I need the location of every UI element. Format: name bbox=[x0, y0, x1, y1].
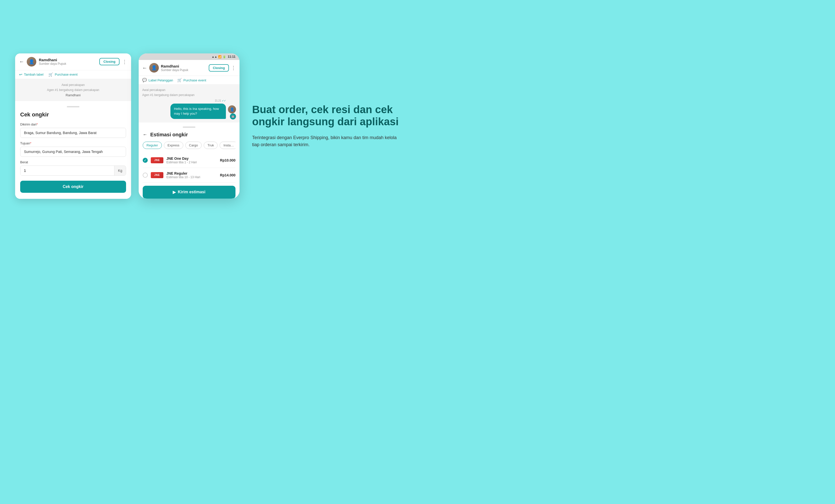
shipping-eta-2: Estimasi tiba 10 - 13 Hari bbox=[166, 175, 217, 179]
center-phone-actions: 💬 Label Pelanggan 🛒 Purchase event bbox=[139, 76, 240, 85]
tabs-row: Reguler Express Cargo Truk Insta… bbox=[143, 142, 236, 149]
main-container: ← 👤 Ramdhani Sumber daya Pupuk Closing ⋮… bbox=[0, 0, 418, 252]
center-more-options-icon[interactable]: ⋮ bbox=[231, 65, 236, 71]
shipping-eta-1: Estimasi tiba 1 - 2 Hari bbox=[166, 161, 217, 164]
chat-tick-icon: ✓✓ bbox=[222, 99, 226, 102]
center-back-arrow-icon[interactable]: ← bbox=[142, 65, 147, 71]
time-display: 11:11 bbox=[228, 55, 236, 59]
center-system-msg-2: Agen #1 bergabung dalam percakapan bbox=[142, 93, 236, 97]
purchase-event-text: Purchase event bbox=[55, 72, 77, 76]
tab-reguler[interactable]: Reguler bbox=[143, 142, 162, 149]
radio-unselected-icon[interactable] bbox=[143, 173, 148, 178]
center-closing-button[interactable]: Closing bbox=[209, 64, 229, 71]
label-icon: ↩ bbox=[19, 72, 22, 77]
center-header-info: Ramdhani Sumber daya Pupuk bbox=[161, 64, 207, 72]
center-phone-header: ← 👤 Ramdhani Sumber daya Pupuk Closing ⋮ bbox=[139, 60, 240, 76]
contact-subtitle: Sumber daya Pupuk bbox=[39, 62, 97, 65]
cek-ongkir-button[interactable]: Cek ongkir bbox=[20, 181, 126, 193]
radio-selected-icon[interactable]: ✓ bbox=[143, 158, 148, 163]
from-label: Dikirim dari* bbox=[20, 123, 126, 126]
weight-row: Kg bbox=[20, 166, 126, 176]
shipping-info-2: JNE Reguler Estimasi tiba 10 - 13 Hari bbox=[166, 171, 217, 179]
system-msg-2: Agen #1 bergabung dalam percakapan bbox=[19, 88, 127, 92]
estimasi-sheet: ← Estimasi ongkir Reguler Express Cargo … bbox=[139, 123, 240, 198]
from-input[interactable] bbox=[20, 128, 126, 138]
send-icon: ▶ bbox=[173, 190, 176, 194]
chat-bubble: Hello, this is Ina speaking, how may I h… bbox=[170, 104, 226, 119]
signal-icon: 📶 bbox=[218, 55, 222, 59]
contact-name: Ramdhani bbox=[39, 58, 97, 62]
wifi-icon: ▲▲ bbox=[212, 55, 217, 58]
weight-unit: Kg bbox=[114, 166, 126, 175]
purchase-icon: 🛒 bbox=[48, 72, 53, 77]
left-phone-actions: ↩ Tambah label 🛒 Purchase event bbox=[15, 70, 131, 79]
center-phone: ▲▲ 📶 🔋 11:11 ← 👤 Ramdhani Sumber daya Pu… bbox=[139, 54, 240, 198]
label-pelanggan-text: Label Pelanggan bbox=[148, 78, 173, 82]
tambah-label-btn[interactable]: ↩ Tambah label bbox=[19, 72, 43, 77]
right-section: Buat order, cek resi dan cek ongkir lang… bbox=[247, 104, 402, 148]
radio-inner bbox=[144, 174, 146, 176]
center-chat-area: Awal percakapan Agen #1 bergabung dalam … bbox=[139, 85, 240, 122]
right-body: Terintegrasi dengan Everpro Shipping, bi… bbox=[252, 134, 402, 149]
chat-timestamp: 21.21 ✓✓ bbox=[215, 99, 226, 102]
purchase-event-btn[interactable]: 🛒 Purchase event bbox=[48, 72, 77, 77]
weight-label: Berat bbox=[20, 160, 126, 164]
center-purchase-event-text: Purchase event bbox=[184, 78, 206, 82]
center-system-msg-1: Awal percakapan bbox=[142, 88, 236, 92]
kirim-estimasi-label: Kirim estimasi bbox=[178, 190, 205, 194]
shipping-price-2: Rp14.000 bbox=[220, 173, 236, 177]
tab-express[interactable]: Express bbox=[164, 142, 183, 149]
closing-button[interactable]: Closing bbox=[99, 58, 120, 65]
center-contact-name: Ramdhani bbox=[161, 64, 207, 68]
shipping-item-2[interactable]: JNE JNE Reguler Estimasi tiba 10 - 13 Ha… bbox=[143, 168, 236, 183]
kirim-estimasi-button[interactable]: ▶ Kirim estimasi bbox=[143, 186, 236, 198]
tab-cargo[interactable]: Cargo bbox=[185, 142, 202, 149]
weight-input[interactable] bbox=[20, 166, 114, 175]
status-bar: ▲▲ 📶 🔋 11:11 bbox=[139, 54, 240, 60]
to-label: Tujuan* bbox=[20, 141, 126, 145]
status-icons: ▲▲ 📶 🔋 bbox=[212, 55, 226, 59]
center-avatar: 👤 bbox=[149, 63, 159, 72]
estimasi-title: Estimasi ongkir bbox=[150, 132, 188, 138]
left-phone: ← 👤 Ramdhani Sumber daya Pupuk Closing ⋮… bbox=[15, 54, 131, 199]
shipping-price-1: Rp10.000 bbox=[220, 158, 236, 162]
shipping-info-1: JNE One Day Estimasi tiba 1 - 2 Hari bbox=[166, 156, 217, 164]
shipping-name-1: JNE One Day bbox=[166, 156, 217, 161]
to-input[interactable] bbox=[20, 147, 126, 157]
right-headline: Buat order, cek resi dan cek ongkir lang… bbox=[252, 104, 402, 128]
tambah-label-text: Tambah label bbox=[24, 72, 43, 76]
chat-bubble-row: 21.21 ✓✓ Hello, this is Ina speaking, ho… bbox=[142, 99, 236, 119]
left-phone-header: ← 👤 Ramdhani Sumber daya Pupuk Closing ⋮ bbox=[15, 54, 131, 70]
jne-logo-2: JNE bbox=[151, 172, 163, 178]
label-pelanggan-btn[interactable]: 💬 Label Pelanggan bbox=[142, 78, 173, 82]
more-options-icon[interactable]: ⋮ bbox=[122, 59, 127, 65]
tab-truk[interactable]: Truk bbox=[204, 142, 218, 149]
header-info: Ramdhani Sumber daya Pupuk bbox=[39, 58, 97, 65]
drag-handle bbox=[67, 106, 79, 107]
bot-badge-icon: 🤖 bbox=[230, 113, 236, 120]
jne-logo-1: JNE bbox=[151, 157, 163, 163]
estimasi-drag-handle bbox=[183, 126, 196, 128]
bubble-avatar: 👤 bbox=[228, 105, 236, 113]
center-purchase-icon: 🛒 bbox=[177, 78, 182, 82]
back-arrow-icon[interactable]: ← bbox=[19, 59, 24, 64]
sheet-title: Cek ongkir bbox=[20, 111, 126, 118]
chat-user-name: Ramdhani bbox=[19, 93, 127, 97]
center-contact-subtitle: Sumber daya Pupuk bbox=[161, 68, 207, 72]
battery-icon: 🔋 bbox=[223, 55, 226, 59]
center-purchase-event-btn[interactable]: 🛒 Purchase event bbox=[177, 78, 206, 82]
tab-insta[interactable]: Insta… bbox=[220, 142, 236, 149]
cek-ongkir-sheet: Cek ongkir Dikirim dari* Tujuan* Berat K… bbox=[15, 101, 131, 199]
estimasi-back-icon[interactable]: ← bbox=[143, 132, 147, 137]
avatar: 👤 bbox=[27, 57, 36, 66]
check-mark-icon: ✓ bbox=[144, 158, 147, 162]
system-msg-1: Awal percakapan bbox=[19, 83, 127, 87]
chat-icon: 💬 bbox=[142, 78, 147, 82]
estimasi-header: ← Estimasi ongkir bbox=[143, 132, 236, 138]
left-chat-area: Awal percakapan Agen #1 bergabung dalam … bbox=[15, 79, 131, 101]
shipping-item-1[interactable]: ✓ JNE JNE One Day Estimasi tiba 1 - 2 Ha… bbox=[143, 153, 236, 168]
shipping-name-2: JNE Reguler bbox=[166, 171, 217, 175]
